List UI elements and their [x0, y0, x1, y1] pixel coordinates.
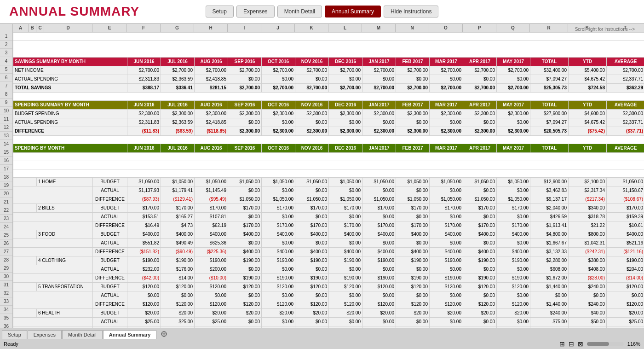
col-i: I [228, 24, 261, 32]
spending-by-month-header-row: SPENDING BY MONTH JUN 2016 JUL 2016 AUG … [13, 144, 644, 153]
ribbon-buttons: Setup Expenses Month Detail Annual Summa… [206, 6, 439, 17]
column-headers: A B C D E F G H I J K L M N O P Q R S T [0, 24, 644, 32]
bills-actual-row: ACTUAL $153.51 $165.27 $107.81 $0.00 $0.… [13, 213, 644, 221]
zoom-slider[interactable] [587, 342, 624, 346]
col-r: R [530, 24, 568, 32]
actual-spending-savings-label: ACTUAL SPENDING [13, 75, 127, 84]
bills-diff-row: DIFFERENCE $16.49 $4.73 $62.19 $170.00 $… [13, 221, 644, 230]
view-page-icon[interactable]: ⊠ [578, 340, 583, 348]
health-actual-row: ACTUAL $25.00 $25.00 $25.00 $0.00 $0.00 … [13, 318, 644, 326]
page-title: ANNUAL SUMMARY [9, 4, 139, 19]
spreadsheet-table: SAVINGS SUMMARY BY MONTH JUN 2016 JUL 20… [13, 32, 644, 328]
budget-spending-row: BUDGET SPENDING $2,300.00 $2,300.00 $2,3… [13, 110, 644, 118]
food-actual-row: ACTUAL $551.82 $490.49 $625.36 $0.00 $0.… [13, 239, 644, 248]
health-budget-row: 6 HEALTH BUDGET $20.00 $20.00 $20.00 $20… [13, 309, 644, 318]
transportation-diff-row: DIFFERENCE $120.00 $120.00 $120.00 $120.… [13, 300, 644, 309]
row-numbers: 1 2 3 4 5 6 7 8 9 10 11 12 13 14 15 16 1… [0, 32, 13, 328]
col-m: M [362, 24, 396, 32]
scroll-hint: Scroll right for instructions --> [575, 27, 635, 32]
table-row [13, 161, 644, 169]
clothing-diff-row: DIFFERENCE ($42.00) $14.00 ($10.00) $190… [13, 274, 644, 283]
zoom-level: 116% [627, 341, 640, 347]
col-j: J [261, 24, 295, 32]
status-right: ⊞ ⊟ ⊠ 116% [559, 340, 640, 348]
home-diff-row: DIFFERENCE ($87.93) ($129.41) ($95.49) $… [13, 195, 644, 204]
col-g: G [161, 24, 194, 32]
table-row [13, 136, 644, 144]
view-normal-icon[interactable]: ⊞ [559, 340, 565, 348]
savings-header: SAVINGS SUMMARY BY MONTH [13, 58, 127, 66]
col-b: B [29, 24, 36, 32]
net-income-row: NET INCOME $2,700.00 $2,700.00 $2,700.00… [13, 66, 644, 75]
sheet-content: SAVINGS SUMMARY BY MONTH JUN 2016 JUL 20… [13, 32, 644, 328]
net-income-label: NET INCOME [13, 66, 127, 75]
row-num-header [0, 24, 13, 32]
tab-expenses[interactable]: Expenses [28, 330, 62, 339]
spending-summary-header-row: SPENDING SUMMARY BY MONTH JUN 2016 JUL 2… [13, 101, 644, 110]
transportation-actual-row: ACTUAL $0.00 $0.00 $0.00 $0.00 $0.00 $0.… [13, 291, 644, 300]
col-h: H [194, 24, 228, 32]
total-savings-label: TOTAL SAVINGS [13, 84, 127, 93]
table-row [13, 169, 644, 178]
col-d: D [44, 24, 92, 32]
clothing-actual-row: ACTUAL $232.00 $176.00 $200.00 $0.00 $0.… [13, 265, 644, 274]
status-bar: Ready ⊞ ⊟ ⊠ 116% [0, 339, 644, 349]
difference-label: DIFFERENCE [13, 127, 127, 136]
actual-spending-savings-row: ACTUAL SPENDING $2,311.83 $2,363.59 $2,4… [13, 75, 644, 84]
table-row [13, 153, 644, 161]
total-savings-row: TOTAL SAVINGS $388.17 $336.41 $281.15 $2… [13, 84, 644, 93]
difference-row: DIFFERENCE ($11.83) ($63.59) ($118.85) $… [13, 127, 644, 136]
col-k: K [295, 24, 328, 32]
tab-annual-summary[interactable]: Annual Summary [103, 330, 156, 339]
col-o: O [429, 24, 463, 32]
actual-spending-row: ACTUAL SPENDING $2,311.83 $2,363.59 $2,4… [13, 118, 644, 127]
table-row [13, 93, 644, 101]
col-l: L [328, 24, 362, 32]
table-row [13, 49, 644, 58]
expenses-button[interactable]: Expenses [236, 6, 275, 17]
hide-instructions-button[interactable]: Hide Instructions [384, 6, 438, 17]
table-row [13, 33, 644, 41]
transportation-budget-row: 5 TRANSPORTATION BUDGET $120.00 $120.00 … [13, 283, 644, 291]
spending-by-month-header: SPENDING BY MONTH [13, 144, 127, 153]
annual-summary-button[interactable]: Annual Summary [325, 6, 381, 17]
clothing-budget-row: 4 CLOTHING BUDGET $190.00 $190.00 $190.0… [13, 256, 644, 265]
tab-bar: Setup Expenses Month Detail Annual Summa… [0, 328, 644, 339]
table-row [13, 41, 644, 49]
col-f: F [127, 24, 161, 32]
col-a: A [13, 24, 29, 32]
col-c: C [36, 24, 44, 32]
spending-summary-header: SPENDING SUMMARY BY MONTH [13, 101, 127, 110]
tab-setup[interactable]: Setup [2, 330, 27, 339]
ready-status: Ready [4, 341, 18, 347]
add-sheet-button[interactable]: ⊕ [161, 329, 167, 339]
budget-spending-label: BUDGET SPENDING [13, 110, 127, 118]
savings-summary-header-row: SAVINGS SUMMARY BY MONTH JUN 2016 JUL 20… [13, 58, 644, 66]
sheet-area: 1 2 3 4 5 6 7 8 9 10 11 12 13 14 15 16 1… [0, 32, 644, 328]
col-e: E [92, 24, 127, 32]
food-diff-row: DIFFERENCE ($151.82) ($90.49) ($225.36) … [13, 248, 644, 256]
home-budget-row: 1 HOME BUDGET $1,050.00 $1,050.00 $1,050… [13, 178, 644, 186]
ribbon: ANNUAL SUMMARY Setup Expenses Month Deta… [0, 0, 644, 24]
food-budget-row: 3 FOOD BUDGET $400.00 $400.00 $400.00 $4… [13, 230, 644, 239]
home-actual-row: ACTUAL $1,137.93 $1,179.41 $1,145.49 $0.… [13, 186, 644, 195]
col-p: P [463, 24, 496, 32]
col-n: N [396, 24, 429, 32]
actual-spending-label: ACTUAL SPENDING [13, 118, 127, 127]
month-detail-button[interactable]: Month Detail [277, 6, 322, 17]
tab-month-detail[interactable]: Month Detail [62, 330, 103, 339]
col-q: Q [496, 24, 530, 32]
view-layout-icon[interactable]: ⊟ [569, 340, 574, 348]
setup-button[interactable]: Setup [206, 6, 234, 17]
bills-budget-row: 2 BILLS BUDGET $170.00 $170.00 $170.00 $… [13, 204, 644, 213]
